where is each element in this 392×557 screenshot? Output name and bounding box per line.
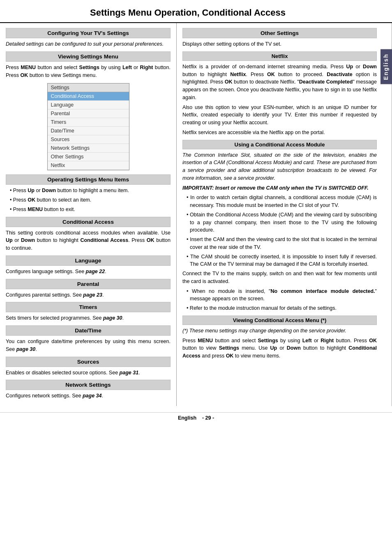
configuring-header: Configuring Your TV's Settings bbox=[6, 28, 171, 38]
cam-bullet-2: Obtain the Conditional Access Module (CA… bbox=[187, 211, 377, 234]
timers-header: Timers bbox=[6, 302, 171, 312]
netflix-text1: Netflix is a provider of on-demand inter… bbox=[182, 63, 377, 102]
other-text: Displays other setting options of the TV… bbox=[182, 40, 377, 48]
menu-item-other: Other Settings bbox=[48, 153, 129, 161]
language-text: Configures language settings. See page 2… bbox=[6, 268, 171, 276]
menu-item-conditional: Conditional Access bbox=[48, 92, 129, 101]
datetime-header: Date/Time bbox=[6, 325, 171, 336]
menu-item-language: Language bbox=[48, 101, 129, 109]
menu-item-parental: Parental bbox=[48, 109, 129, 118]
network-text: Configures network settings. See page 34… bbox=[6, 392, 171, 400]
netflix-header: Netflix bbox=[182, 51, 377, 61]
viewing-cam-header: Viewing Conditional Access Menu (*) bbox=[182, 316, 377, 325]
timers-text: Sets timers for selected programmes. See… bbox=[6, 314, 171, 322]
footer-language: English bbox=[178, 415, 196, 421]
right-column: Other Settings Displays other setting op… bbox=[177, 23, 392, 406]
viewing-text: Press MENU button and select Settings by… bbox=[6, 64, 171, 79]
network-header: Network Settings bbox=[6, 380, 171, 390]
operating-item-2: Press OK button to select an item. bbox=[10, 196, 171, 204]
menu-item-datetime: Date/Time bbox=[48, 127, 129, 135]
menu-item-timers: Timers bbox=[48, 118, 129, 127]
menu-title: Settings bbox=[48, 84, 129, 92]
operating-item-1: Press Up or Down button to highlight a m… bbox=[10, 187, 171, 195]
netflix-text3: Netflix services are accessible via the … bbox=[182, 129, 377, 137]
left-column: Configuring Your TV's Settings Detailed … bbox=[0, 23, 177, 406]
footer: English - 29 - bbox=[0, 412, 392, 421]
sources-text: Enables or disables selected source opti… bbox=[6, 369, 171, 377]
cam-intro: The Common Interface Slot, situated on t… bbox=[182, 151, 377, 182]
operating-list: Press Up or Down button to highlight a m… bbox=[10, 187, 171, 213]
conditional-text: This setting controls conditional access… bbox=[6, 229, 171, 252]
sources-header: Sources bbox=[6, 357, 171, 367]
cam-important: IMPORTANT: Insert or remove the CAM only… bbox=[182, 184, 377, 192]
cam-bullet2-1: When no module is inserted, "No common i… bbox=[187, 288, 377, 303]
datetime-text: You can configure date/time preferences … bbox=[6, 338, 171, 353]
operating-header: Operating Settings Menu Items bbox=[6, 174, 171, 185]
parental-header: Parental bbox=[6, 279, 171, 289]
menu-item-network: Network Settings bbox=[48, 144, 129, 153]
netflix-text2: Also use this option to view your ESN-nu… bbox=[182, 104, 377, 127]
cam-header: Using a Conditional Access Module bbox=[182, 140, 377, 149]
menu-item-netflix: Netflix bbox=[48, 161, 129, 170]
conditional-header: Conditional Access bbox=[6, 217, 171, 227]
viewing-cam-note: (*) These menu settings may change depen… bbox=[182, 327, 377, 335]
page: English Settings Menu Operation, Conditi… bbox=[0, 0, 392, 557]
language-header: Language bbox=[6, 255, 171, 266]
cam-bullet-4: The CAM should be correctly inserted, it… bbox=[187, 253, 377, 269]
footer-page: - 29 - bbox=[202, 415, 214, 421]
cam-bullets2: When no module is inserted, "No common i… bbox=[187, 288, 377, 312]
content-area: Configuring Your TV's Settings Detailed … bbox=[0, 23, 392, 406]
viewing-cam-text: Press MENU button and select Settings by… bbox=[182, 337, 377, 360]
cam-bullet-1: In order to watch certain digital channe… bbox=[187, 194, 377, 209]
cam-connect-text: Connect the TV to the mains supply, swit… bbox=[182, 270, 377, 285]
viewing-header: Viewing Settings Menu bbox=[6, 51, 171, 62]
cam-bullet2-2: Refer to the module instruction manual f… bbox=[187, 304, 377, 312]
page-title: Settings Menu Operation, Conditional Acc… bbox=[0, 0, 392, 23]
cam-bullet-3: Insert the CAM and then the viewing card… bbox=[187, 236, 377, 251]
operating-item-3: Press MENU button to exit. bbox=[10, 206, 171, 214]
menu-item-sources: Sources bbox=[48, 135, 129, 144]
settings-menu: Settings Conditional Access Language Par… bbox=[47, 83, 129, 170]
configuring-intro: Detailed settings can be configured to s… bbox=[6, 40, 171, 48]
other-header: Other Settings bbox=[182, 28, 377, 38]
cam-bullets: In order to watch certain digital channe… bbox=[187, 194, 377, 268]
english-tab: English bbox=[380, 49, 392, 84]
parental-text: Configures parental settings. See page 2… bbox=[6, 291, 171, 299]
